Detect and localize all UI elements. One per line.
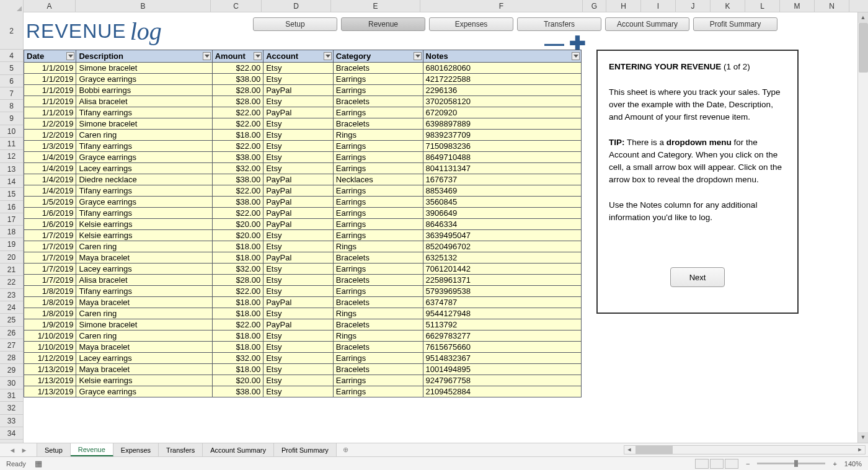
cell[interactable]: Simone bracelet <box>76 118 212 130</box>
cell[interactable]: $18.00 <box>212 297 263 308</box>
col-header-G[interactable]: G <box>583 0 606 12</box>
cell[interactable]: Etsy <box>264 63 334 74</box>
cell[interactable]: 6629783277 <box>423 330 581 342</box>
cell[interactable]: Rings <box>333 130 423 141</box>
col-header-L[interactable]: L <box>745 0 780 12</box>
row-header-32[interactable]: 32 <box>0 402 23 414</box>
cell[interactable]: $32.00 <box>212 353 263 364</box>
cell[interactable]: 1/7/2019 <box>24 275 76 286</box>
row-header-24[interactable]: 24 <box>0 301 23 314</box>
cell[interactable]: Tifany earrings <box>76 286 212 297</box>
cell[interactable]: $18.00 <box>212 330 263 342</box>
cell[interactable]: 6801628060 <box>423 63 581 74</box>
cell[interactable]: PayPal <box>264 185 334 197</box>
cell[interactable]: 1/10/2019 <box>24 342 76 353</box>
cell[interactable]: Earrings <box>333 286 423 297</box>
cell[interactable]: 1/7/2019 <box>24 241 76 252</box>
row-header-11[interactable]: 11 <box>0 138 23 150</box>
cell[interactable]: 6325132 <box>423 252 581 264</box>
cell[interactable]: Earrings <box>333 353 423 364</box>
row-header-8[interactable]: 8 <box>0 100 23 112</box>
cell[interactable]: Lacey earrings <box>76 264 212 275</box>
cell[interactable]: Kelsie earrings <box>76 230 212 241</box>
row-header-27[interactable]: 27 <box>0 339 23 352</box>
row-header-25[interactable]: 25 <box>0 314 23 326</box>
cell[interactable]: Earrings <box>333 163 423 174</box>
cell[interactable]: Alisa bracelet <box>76 96 212 107</box>
cell[interactable]: PayPal <box>264 219 334 230</box>
row-header-7[interactable]: 7 <box>0 87 23 100</box>
cell[interactable]: 5113792 <box>423 319 581 330</box>
cell[interactable]: $28.00 <box>212 85 263 96</box>
row-header-28[interactable]: 28 <box>0 352 23 364</box>
sheet-tab-profit-summary[interactable]: Profit Summary <box>274 443 337 456</box>
row-header-9[interactable]: 9 <box>0 112 23 125</box>
cell[interactable]: Etsy <box>264 141 334 152</box>
page-break-icon[interactable] <box>725 459 738 469</box>
filter-icon[interactable] <box>66 52 74 60</box>
cell[interactable]: Etsy <box>264 230 334 241</box>
cell[interactable]: 1/4/2019 <box>24 185 76 197</box>
cell[interactable]: $28.00 <box>212 275 263 286</box>
plus-icon[interactable]: ✚ <box>569 37 586 50</box>
filter-icon[interactable] <box>414 52 422 60</box>
cell[interactable]: Earrings <box>333 230 423 241</box>
cell[interactable]: $18.00 <box>212 342 263 353</box>
cell[interactable]: 3702058120 <box>423 96 581 107</box>
record-macro-icon[interactable]: ▦ <box>35 459 42 468</box>
cell[interactable]: Earrings <box>333 219 423 230</box>
cell[interactable]: 1/1/2019 <box>24 85 76 96</box>
cell[interactable]: 6398897889 <box>423 118 581 130</box>
cell[interactable]: 1/1/2019 <box>24 63 76 74</box>
cell[interactable]: Maya bracelet <box>76 342 212 353</box>
cell[interactable]: 1/4/2019 <box>24 152 76 163</box>
cell[interactable]: PayPal <box>264 85 334 96</box>
zoom-in-icon[interactable]: + <box>833 460 836 468</box>
th-notes[interactable]: Notes <box>423 50 581 63</box>
cell[interactable]: 1/7/2019 <box>24 252 76 264</box>
cell[interactable]: Caren ring <box>76 330 212 342</box>
row-header-13[interactable]: 13 <box>0 163 23 175</box>
cell[interactable]: 1/7/2019 <box>24 264 76 275</box>
cell[interactable]: Bracelets <box>333 364 423 375</box>
hscroll-right-icon[interactable]: ► <box>855 446 865 454</box>
cell[interactable]: Etsy <box>264 353 334 364</box>
cell[interactable]: 1/2/2019 <box>24 118 76 130</box>
nav-setup[interactable]: Setup <box>253 17 337 31</box>
row-header-33[interactable]: 33 <box>0 415 23 427</box>
cell[interactable]: $32.00 <box>212 163 263 174</box>
nav-profit-summary[interactable]: Profit Summary <box>693 17 777 31</box>
cell[interactable]: 9514832367 <box>423 353 581 364</box>
cell[interactable]: 9544127948 <box>423 308 581 319</box>
col-header-M[interactable]: M <box>780 0 815 12</box>
filter-icon[interactable] <box>203 52 211 60</box>
row-header-30[interactable]: 30 <box>0 377 23 389</box>
row-header-29[interactable]: 29 <box>0 364 23 376</box>
cell[interactable]: 1/2/2019 <box>24 130 76 141</box>
cell[interactable]: Etsy <box>264 264 334 275</box>
col-header-D[interactable]: D <box>262 0 331 12</box>
vertical-scrollbar[interactable]: ▲ ▼ <box>857 12 868 443</box>
cell[interactable]: 2109452884 <box>423 386 581 397</box>
cell[interactable]: Etsy <box>264 308 334 319</box>
cell[interactable]: 7061201442 <box>423 264 581 275</box>
filter-icon[interactable] <box>572 52 580 60</box>
cell[interactable]: $22.00 <box>212 63 263 74</box>
cell[interactable]: 1/3/2019 <box>24 141 76 152</box>
cell[interactable]: Earrings <box>333 386 423 397</box>
sheet-tab-expenses[interactable]: Expenses <box>113 443 159 456</box>
cell[interactable]: $18.00 <box>212 364 263 375</box>
cell[interactable]: Earrings <box>333 74 423 85</box>
cell[interactable]: $18.00 <box>212 241 263 252</box>
cell[interactable]: 7615675660 <box>423 342 581 353</box>
zoom-level[interactable]: 140% <box>844 460 862 468</box>
cell[interactable]: $22.00 <box>212 118 263 130</box>
cell[interactable]: 9839237709 <box>423 130 581 141</box>
cell[interactable]: 1/10/2019 <box>24 330 76 342</box>
cell[interactable]: 1/8/2019 <box>24 308 76 319</box>
row-header-34[interactable]: 34 <box>0 427 23 440</box>
cell[interactable]: Bracelets <box>333 342 423 353</box>
cell[interactable]: 5793969538 <box>423 286 581 297</box>
cell[interactable]: Grayce earrings <box>76 74 212 85</box>
col-header-E[interactable]: E <box>331 0 420 12</box>
